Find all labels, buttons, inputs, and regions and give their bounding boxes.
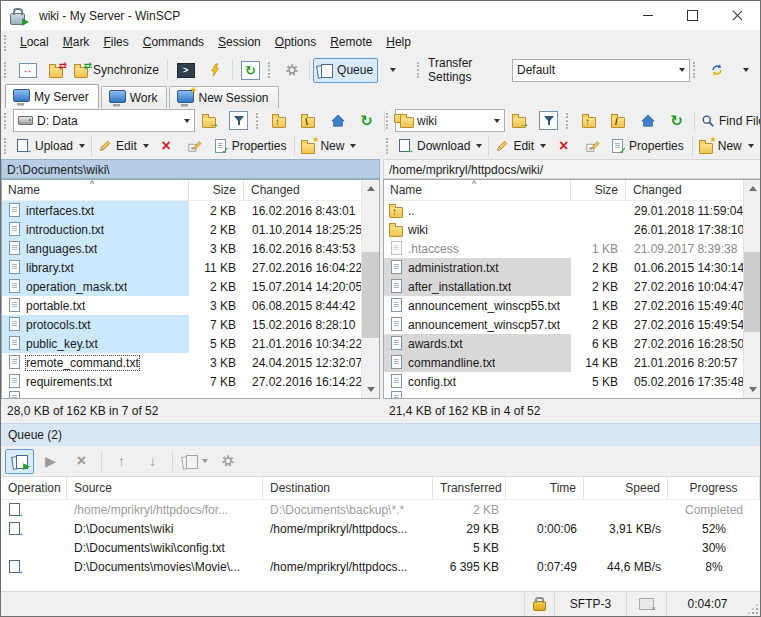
column-header-time[interactable]: Time — [506, 477, 584, 499]
new-button[interactable]: ★ New — [696, 134, 757, 159]
open-terminal-button[interactable]: > — [171, 58, 200, 83]
remote-scrollbar[interactable] — [743, 180, 761, 398]
delete-button[interactable]: × — [152, 134, 181, 159]
queue-panel-header[interactable]: Queue (2) — [1, 423, 760, 446]
scroll-up-icon[interactable] — [362, 180, 379, 197]
new-button[interactable]: ★ New — [298, 134, 359, 159]
session-tab-work[interactable]: Work — [101, 86, 168, 108]
column-header-name[interactable]: ^Name — [384, 180, 571, 200]
column-header-transferred[interactable]: Transferred — [433, 477, 506, 499]
compare-directories-button[interactable]: ↔ — [13, 58, 42, 83]
scroll-down-icon[interactable] — [362, 381, 379, 398]
menu-item-help[interactable]: Help — [379, 30, 418, 55]
file-row[interactable]: ↑..29.01.2018 11:59:04 — [384, 201, 761, 220]
remote-path-header[interactable]: /home/mprikryl/httpdocs/wiki/ — [383, 159, 761, 179]
local-directory-select[interactable]: D: Data — [13, 109, 195, 132]
queue-toggle-button[interactable]: Queue — [313, 58, 378, 83]
home-directory-button[interactable] — [633, 108, 662, 133]
queue-items-button[interactable] — [178, 449, 211, 474]
properties-button[interactable]: ✓ Properties — [210, 134, 292, 159]
sync-settings-button[interactable] — [702, 58, 731, 83]
session-tab-new-session[interactable]: ★New Session — [169, 86, 278, 108]
scrollbar-thumb[interactable] — [362, 252, 379, 338]
navbar-gripper[interactable] — [386, 113, 391, 129]
open-directory-button[interactable]: → — [195, 108, 224, 133]
filter-button[interactable] — [224, 108, 253, 133]
refresh-session-button[interactable]: ↻ — [236, 58, 265, 83]
queue-resume-button[interactable]: ▶ — [36, 449, 65, 474]
find-files-button[interactable]: Find Files — [698, 108, 761, 133]
navbar-gripper[interactable] — [256, 113, 261, 129]
root-directory-button[interactable]: \ — [294, 108, 323, 133]
file-row[interactable]: public_key.txt5 KB21.01.2016 10:34:22 — [2, 334, 379, 353]
refresh-directory-button[interactable]: ↻ — [662, 108, 691, 133]
file-row[interactable]: .htaccess1 KB21.09.2017 8:39:38 — [384, 239, 761, 258]
queue-item-row[interactable]: →D:\Documents\wiki/home/mprikryl/httpdoc… — [1, 519, 760, 538]
remote-directory-select[interactable]: wiki — [395, 109, 505, 132]
file-row[interactable]: administration.txt2 KB01.06.2015 14:30:1… — [384, 258, 761, 277]
edit-button[interactable]: Edit — [492, 134, 549, 159]
menu-item-files[interactable]: Files — [96, 30, 135, 55]
open-in-putty-button[interactable] — [200, 58, 229, 83]
menu-item-remote[interactable]: Remote — [323, 30, 379, 55]
keep-directories-uptodate-button[interactable]: ⇄ — [42, 58, 71, 83]
close-button[interactable] — [715, 1, 760, 30]
rename-button[interactable]: x — [181, 134, 210, 159]
file-row[interactable]: introduction.txt2 KB01.10.2014 18:25:25 — [2, 220, 379, 239]
properties-button[interactable]: ✓ Properties — [607, 134, 689, 159]
queue-item-row[interactable]: →/home/mprikryl/httpdocs/for...D:\Docume… — [1, 500, 760, 519]
open-directory-button[interactable]: → — [505, 108, 534, 133]
queue-dropdown-button[interactable] — [378, 58, 407, 83]
file-row[interactable]: operation_mask.txt2 KB15.07.2014 14:20:0… — [2, 277, 379, 296]
file-row[interactable]: remote_command.txt3 KB24.04.2015 12:32:0… — [2, 353, 379, 372]
column-header-source[interactable]: Source — [67, 477, 263, 499]
parent-directory-button[interactable]: ↑ — [575, 108, 604, 133]
scrollbar-thumb[interactable] — [744, 252, 761, 332]
toolbar-gripper[interactable] — [693, 62, 698, 78]
file-row[interactable]: portable.txt3 KB06.08.2015 8:44:42 — [2, 296, 379, 315]
file-row[interactable]: protocols.txt7 KB15.02.2016 8:28:10 — [2, 315, 379, 334]
cmdbar-gripper[interactable] — [4, 138, 9, 154]
edit-button[interactable]: Edit — [95, 134, 152, 159]
queue-move-down-button[interactable]: ↓ — [138, 449, 167, 474]
file-row[interactable]: commandline.txt14 KB21.01.2016 8:20:57 — [384, 353, 761, 372]
file-row[interactable]: interfaces.txt2 KB16.02.2016 8:43:01 — [2, 201, 379, 220]
file-row[interactable]: announcement_winscp55.txt1 KB27.02.2016 … — [384, 296, 761, 315]
menu-item-session[interactable]: Session — [211, 30, 268, 55]
statusbar-security-cell[interactable] — [524, 592, 554, 616]
statusbar-server-cell[interactable] — [626, 592, 666, 616]
transfer-settings-select[interactable]: Default — [512, 59, 690, 82]
queue-show-button[interactable]: ▶ — [5, 449, 34, 474]
navbar-gripper[interactable] — [4, 113, 9, 129]
queue-preferences-button[interactable] — [213, 449, 242, 474]
queue-item-row[interactable]: →D:\Documents\movies\Movie\.../home/mpri… — [1, 557, 760, 576]
menu-item-mark[interactable]: Mark — [56, 30, 97, 55]
navbar-gripper[interactable] — [566, 113, 571, 129]
column-header-changed[interactable]: Changed — [244, 180, 379, 200]
filter-button[interactable] — [534, 108, 563, 133]
session-tab-my-server[interactable]: My Server — [5, 84, 99, 108]
parent-directory-button[interactable]: ↑ — [265, 108, 294, 133]
download-button[interactable]: → Download — [395, 134, 485, 159]
file-row[interactable]: library.txt11 KB27.02.2016 16:04:22 — [2, 258, 379, 277]
queue-item-row[interactable]: D:\Documents\wiki\config.txt5 KB30% — [1, 538, 760, 557]
column-header-progress[interactable]: Progress — [668, 477, 760, 499]
synchronize-button[interactable]: ⇄ Synchronize — [71, 58, 164, 83]
menu-item-local[interactable]: Local — [13, 30, 56, 55]
column-header-speed[interactable]: Speed — [584, 477, 668, 499]
menu-item-options[interactable]: Options — [268, 30, 323, 55]
root-directory-button[interactable]: / — [604, 108, 633, 133]
resize-grip[interactable] — [748, 592, 760, 616]
file-row[interactable]: languages.txt3 KB16.02.2016 8:43:53 — [2, 239, 379, 258]
file-row[interactable]: wiki26.01.2018 17:38:10 — [384, 220, 761, 239]
local-scrollbar[interactable] — [361, 180, 379, 398]
column-header-changed[interactable]: Changed — [626, 180, 761, 200]
refresh-directory-button[interactable]: ↻ — [352, 108, 381, 133]
menubar-gripper[interactable] — [4, 35, 9, 51]
column-header-size[interactable]: Size — [189, 180, 244, 200]
maximize-button[interactable] — [670, 1, 715, 30]
column-header-size[interactable]: Size — [571, 180, 626, 200]
delete-button[interactable]: × — [549, 134, 578, 159]
preferences-button[interactable] — [277, 58, 306, 83]
file-row[interactable]: requirements.txt7 KB27.02.2016 16:14:22 — [2, 372, 379, 391]
